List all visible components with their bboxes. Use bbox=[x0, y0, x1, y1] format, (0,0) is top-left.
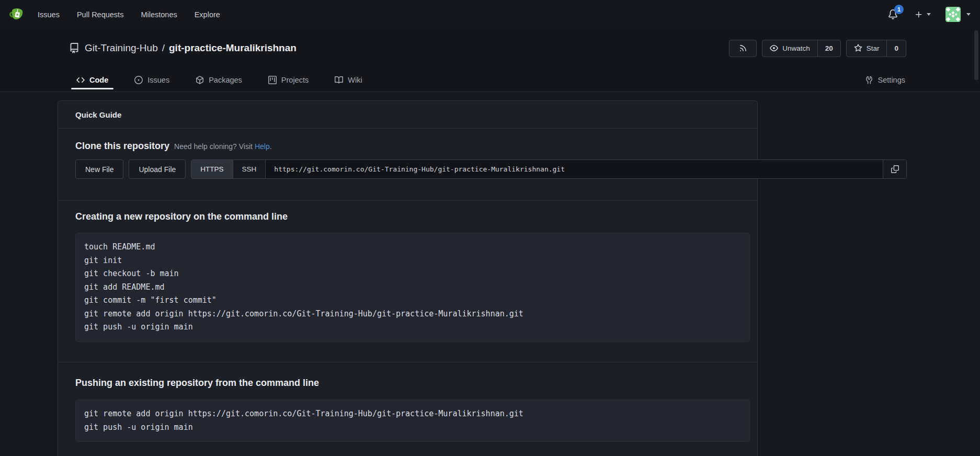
code-line: git checkout -b main bbox=[84, 267, 741, 281]
unwatch-button[interactable]: Unwatch bbox=[762, 40, 817, 56]
push-repo-codeblock: git remote add origin https://git.comori… bbox=[75, 400, 750, 442]
rss-icon bbox=[739, 44, 747, 52]
tab-code[interactable]: Code bbox=[71, 76, 113, 92]
nav-item-pull-requests[interactable]: Pull Requests bbox=[77, 10, 123, 19]
user-menu[interactable] bbox=[945, 7, 971, 22]
stars-count[interactable]: 0 bbox=[886, 40, 906, 56]
tab-issues-label: Issues bbox=[147, 76, 169, 84]
navbar-right: 1 bbox=[886, 7, 971, 22]
navbar-links: Issues Pull Requests Milestones Explore bbox=[38, 10, 220, 19]
package-cube-icon bbox=[196, 76, 204, 84]
copy-url-button[interactable] bbox=[883, 160, 906, 178]
tab-projects-label: Projects bbox=[281, 76, 309, 84]
star-icon bbox=[854, 44, 862, 52]
book-icon bbox=[335, 76, 343, 84]
gitea-logo-icon[interactable] bbox=[7, 6, 24, 23]
code-line: git init bbox=[84, 254, 741, 268]
notification-count-badge: 1 bbox=[894, 5, 904, 14]
clone-heading: Clone this repository bbox=[75, 141, 169, 152]
gitea-page: Issues Pull Requests Milestones Explore … bbox=[0, 0, 980, 456]
https-toggle-button[interactable]: HTTPS bbox=[191, 160, 233, 178]
star-label: Star bbox=[867, 44, 880, 52]
watch-button-group: Unwatch 20 bbox=[762, 40, 841, 57]
copy-icon bbox=[891, 165, 899, 173]
clone-url-group: HTTPS SSH bbox=[191, 159, 907, 179]
tab-projects[interactable]: Projects bbox=[263, 76, 314, 92]
push-repo-heading: Pushing an existing repository from the … bbox=[75, 378, 740, 389]
nav-item-issues[interactable]: Issues bbox=[38, 10, 60, 19]
repo-header: Git-Training-Hub / git-practice-Muralikr… bbox=[0, 29, 980, 92]
ssh-toggle-button[interactable]: SSH bbox=[233, 160, 266, 178]
quick-guide-header: Quick Guide bbox=[58, 101, 757, 129]
new-file-button[interactable]: New File bbox=[75, 159, 123, 179]
plus-icon bbox=[915, 10, 923, 19]
repo-separator: / bbox=[162, 42, 165, 54]
clone-controls-row: New File Upload File HTTPS SSH bbox=[75, 159, 907, 179]
avatar bbox=[945, 7, 961, 22]
help-link[interactable]: Help bbox=[255, 142, 270, 151]
repo-actions: Unwatch 20 Star 0 bbox=[729, 40, 906, 57]
scrollbar-thumb[interactable] bbox=[974, 30, 978, 80]
create-repo-heading: Creating a new repository on the command… bbox=[75, 211, 740, 222]
code-brackets-icon bbox=[76, 76, 85, 84]
tab-settings-label: Settings bbox=[878, 76, 905, 84]
rss-feed-button[interactable] bbox=[729, 40, 757, 57]
nav-item-explore[interactable]: Explore bbox=[195, 10, 220, 19]
create-new-dropdown[interactable] bbox=[915, 10, 931, 19]
code-line: git remote add origin https://git.comori… bbox=[84, 307, 741, 321]
star-button-group: Star 0 bbox=[846, 40, 906, 57]
tab-wiki[interactable]: Wiki bbox=[329, 76, 367, 92]
wrench-icon bbox=[865, 76, 873, 84]
issue-circle-icon bbox=[134, 76, 143, 84]
code-line: git push -u origin main bbox=[84, 421, 741, 435]
notifications-button[interactable]: 1 bbox=[886, 8, 899, 21]
watchers-count[interactable]: 20 bbox=[817, 40, 840, 56]
tab-issues[interactable]: Issues bbox=[129, 76, 175, 92]
code-line: git add README.md bbox=[84, 281, 741, 294]
code-line: git commit -m "first commit" bbox=[84, 294, 741, 307]
top-navbar: Issues Pull Requests Milestones Explore … bbox=[0, 0, 980, 29]
clone-help-text: Need help cloning? Visit Help. bbox=[174, 142, 272, 151]
tab-code-label: Code bbox=[89, 76, 108, 84]
project-board-icon bbox=[268, 76, 277, 84]
main-content: Quick Guide Clone this repository Need h… bbox=[0, 92, 980, 456]
repo-title-row: Git-Training-Hub / git-practice-Muralikr… bbox=[69, 39, 906, 58]
create-repo-section: Creating a new repository on the command… bbox=[58, 200, 757, 362]
tab-packages-label: Packages bbox=[209, 76, 242, 84]
repo-owner-link[interactable]: Git-Training-Hub bbox=[85, 42, 158, 54]
code-line: git push -u origin main bbox=[84, 321, 741, 334]
tab-settings[interactable]: Settings bbox=[860, 76, 906, 92]
tab-wiki-label: Wiki bbox=[348, 76, 362, 84]
eye-icon bbox=[770, 44, 778, 52]
tab-packages[interactable]: Packages bbox=[190, 76, 247, 92]
repo-tabs: Code Issues bbox=[71, 76, 906, 92]
repo-book-icon bbox=[69, 43, 79, 53]
unwatch-label: Unwatch bbox=[782, 44, 810, 52]
nav-item-milestones[interactable]: Milestones bbox=[141, 10, 177, 19]
clone-section: Clone this repository Need help cloning?… bbox=[58, 129, 757, 200]
upload-file-button[interactable]: Upload File bbox=[129, 159, 186, 179]
code-line: git remote add origin https://git.comori… bbox=[84, 407, 741, 421]
chevron-down-icon bbox=[966, 13, 971, 16]
clone-url-input[interactable] bbox=[266, 160, 883, 178]
star-button[interactable]: Star bbox=[847, 40, 887, 56]
code-line: touch README.md bbox=[84, 241, 741, 254]
create-repo-codeblock: touch README.md git init git checkout -b… bbox=[75, 233, 750, 342]
chevron-down-icon bbox=[927, 13, 931, 16]
push-repo-section: Pushing an existing repository from the … bbox=[58, 362, 757, 442]
quick-guide-panel: Quick Guide Clone this repository Need h… bbox=[58, 100, 758, 456]
repo-name-link[interactable]: git-practice-Muralikrishnan bbox=[169, 42, 297, 54]
